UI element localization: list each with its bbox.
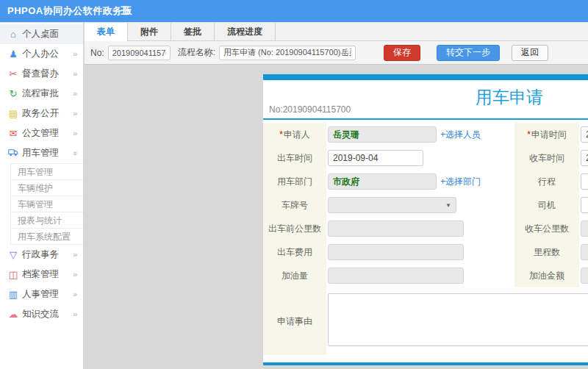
form-title: 用车申请 <box>263 80 588 102</box>
chevron-right-icon: » <box>73 123 77 143</box>
content-area: 表单附件签批流程进度 No: 流程名称: 保存 转交下一步 返回 用车申请 No… <box>85 22 588 369</box>
required-asterisk: * <box>527 129 531 140</box>
sidebar-item-label: 行政事务 <box>22 249 59 259</box>
field-label: 收车时间 <box>514 146 579 170</box>
sidebar-item-8[interactable]: ◫档案管理» <box>0 265 83 284</box>
user-icon: ♟ <box>7 44 19 64</box>
sidebar-subitem-2[interactable]: 车辆管理 <box>11 196 83 212</box>
sidebar-item-label: 用车管理 <box>22 148 59 158</box>
field-input-right-2[interactable] <box>581 173 588 190</box>
field-input-right-1[interactable] <box>581 150 588 166</box>
no-input[interactable] <box>108 46 171 60</box>
select-dept-link[interactable]: +选择部门 <box>440 176 481 188</box>
field-input-left-2[interactable] <box>328 173 437 190</box>
field-label: 车牌号 <box>263 193 326 217</box>
field-input-right-0[interactable] <box>581 126 588 143</box>
sidebar-item-7[interactable]: ▽行政事务» <box>0 245 83 265</box>
vehicle-request-form-panel: 用车申请 No:20190904115700 *申请人+选择人员*申请时间出车时… <box>263 74 588 365</box>
sidebar-item-4[interactable]: ▤政务公开» <box>0 104 83 123</box>
field-input-right-3[interactable] <box>581 197 588 213</box>
chevron-right-icon: » <box>73 44 77 64</box>
field-label: 加油量 <box>263 264 326 287</box>
form-row-reason: 申请事由 <box>263 287 588 355</box>
field-input-left-4[interactable] <box>328 221 464 237</box>
field-label: 里程数 <box>514 240 579 264</box>
sidebar-item-2[interactable]: ✂督查督办» <box>0 64 83 84</box>
field-input-right-6[interactable] <box>581 268 588 284</box>
sidebar-item-10[interactable]: ☁知识交流» <box>0 304 83 324</box>
home-icon: ⌂ <box>7 24 19 44</box>
field-label: 收车公里数 <box>514 217 579 240</box>
sidebar-item-label: 公文管理 <box>22 128 59 138</box>
chevron-right-icon: » <box>73 84 77 104</box>
field-input-right-4[interactable] <box>581 221 588 237</box>
sidebar-item-5[interactable]: ✉公文管理» <box>0 123 83 143</box>
field-value-cell <box>579 264 588 287</box>
sidebar-item-label: 个人桌面 <box>22 29 59 39</box>
back-button[interactable]: 返回 <box>512 45 548 61</box>
sidebar-item-label: 知识交流 <box>22 309 59 319</box>
field-input-left-0[interactable] <box>328 126 437 143</box>
sidebar-subitem-4[interactable]: 用车系统配置 <box>11 228 83 244</box>
chevron-right-icon: » <box>73 265 77 284</box>
chevron-right-icon: » <box>73 245 77 265</box>
field-label: 用车部门 <box>263 170 326 193</box>
folder-icon: ◫ <box>7 265 19 284</box>
flow-name-input[interactable] <box>219 46 356 60</box>
book-icon: ▥ <box>7 284 19 304</box>
sidebar-item-6[interactable]: 用车管理» <box>0 143 83 163</box>
field-value-cell <box>579 240 588 264</box>
field-value-cell: ▼ <box>326 193 514 217</box>
sidebar-subitem-0[interactable]: 用车管理 <box>11 163 83 179</box>
tab-0[interactable]: 表单 <box>85 23 128 41</box>
form-row: 用车部门+选择部门行程 <box>263 170 588 193</box>
divider <box>263 118 588 120</box>
sidebar-item-1[interactable]: ♟个人办公» <box>0 44 83 64</box>
sidebar-subitem-3[interactable]: 报表与统计 <box>11 212 83 228</box>
tab-1[interactable]: 附件 <box>128 23 171 41</box>
form-row: 车牌号▼司机 <box>263 193 588 217</box>
field-value-cell: +选择部门 <box>326 170 514 193</box>
sidebar-submenu: 用车管理车辆维护车辆管理报表与统计用车系统配置 <box>10 163 83 245</box>
sidebar-item-9[interactable]: ▥人事管理» <box>0 284 83 304</box>
form-table: *申请人+选择人员*申请时间出车时间收车时间用车部门+选择部门行程车牌号▼司机出… <box>263 123 588 355</box>
app-header: PHPOA协同办公软件政务版 ☰ <box>0 0 588 22</box>
sidebar-item-3[interactable]: ↻流程审批» <box>0 84 83 104</box>
chevron-right-icon: » <box>73 284 77 304</box>
select-person-link[interactable]: +选择人员 <box>440 129 481 141</box>
tab-2[interactable]: 签批 <box>171 23 215 41</box>
field-value-cell: +选择人员 <box>326 123 514 146</box>
reason-textarea[interactable] <box>328 293 588 346</box>
forward-next-step-button[interactable]: 转交下一步 <box>437 45 500 61</box>
field-input-left-6[interactable] <box>328 268 464 284</box>
required-asterisk: * <box>279 129 283 140</box>
license-plate-select[interactable]: ▼ <box>328 197 456 213</box>
field-input-left-5[interactable] <box>328 244 464 260</box>
form-row: 出车前公里数收车公里数 <box>263 217 588 240</box>
tab-3[interactable]: 流程进度 <box>215 23 276 41</box>
car-icon <box>7 143 19 163</box>
mail-icon: ✉ <box>7 123 19 143</box>
scissors-icon: ✂ <box>7 64 19 84</box>
field-value-cell <box>326 240 514 264</box>
document-icon: ▤ <box>7 104 19 123</box>
field-value-cell <box>579 170 588 193</box>
panel-body: 用车申请 No:20190904115700 *申请人+选择人员*申请时间出车时… <box>263 80 588 362</box>
tab-bar: 表单附件签批流程进度 <box>85 22 588 41</box>
field-label: 出车时间 <box>263 146 326 170</box>
save-button[interactable]: 保存 <box>384 45 420 61</box>
sidebar: ⌂个人桌面♟个人办公»✂督查督办»↻流程审批»▤政务公开»✉公文管理»用车管理»… <box>0 22 84 369</box>
sidebar-item-label: 个人办公 <box>22 49 59 59</box>
sidebar-item-label: 流程审批 <box>22 88 59 98</box>
field-label: 加油金额 <box>514 264 579 287</box>
funnel-icon: ▽ <box>7 245 19 265</box>
hamburger-icon[interactable]: ☰ <box>120 0 130 22</box>
field-label: 出车费用 <box>263 240 326 264</box>
workspace: 用车申请 No:20190904115700 *申请人+选择人员*申请时间出车时… <box>85 65 588 369</box>
field-input-left-1[interactable] <box>328 150 423 166</box>
field-input-right-5[interactable] <box>581 244 588 260</box>
sidebar-subitem-1[interactable]: 车辆维护 <box>11 179 83 196</box>
sidebar-item-0[interactable]: ⌂个人桌面 <box>0 24 83 44</box>
refresh-icon: ↻ <box>7 84 19 104</box>
chevron-down-icon: » <box>65 151 85 155</box>
